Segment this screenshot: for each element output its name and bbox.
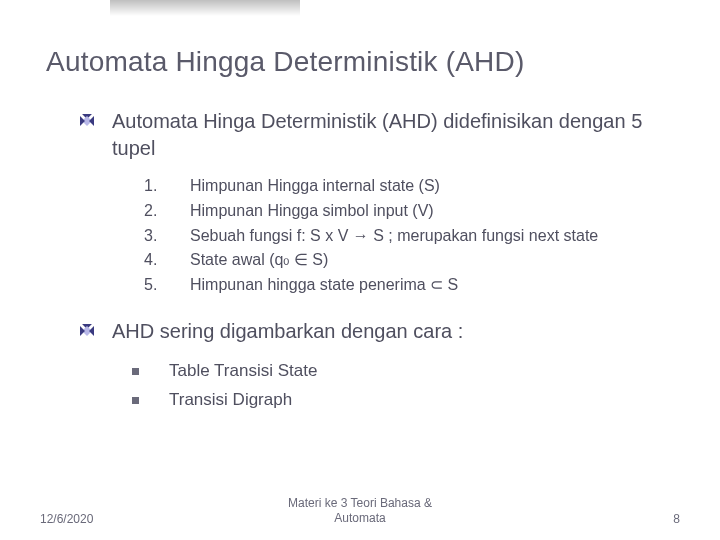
list-number: 4.: [144, 248, 190, 273]
list-text: Himpunan Hingga internal state (S): [190, 174, 440, 199]
footer-page-number: 8: [673, 512, 680, 526]
sub-list-item: Table Transisi State: [132, 357, 680, 386]
list-item: 5. Himpunan hingga state penerima ⊂ S: [144, 273, 680, 298]
slide-title: Automata Hingga Deterministik (AHD): [46, 46, 680, 78]
svg-rect-2: [80, 116, 85, 126]
list-text: State awal (q₀ ∈ S): [190, 248, 328, 273]
top-shadow: [110, 0, 300, 16]
square-bullet-icon: [132, 397, 139, 404]
bullet-text: Automata Hinga Deterministik (AHD) didef…: [112, 108, 680, 162]
svg-rect-3: [89, 116, 94, 126]
list-number: 1.: [144, 174, 190, 199]
list-text: Himpunan Hingga simbol input (V): [190, 199, 434, 224]
list-item: 1. Himpunan Hingga internal state (S): [144, 174, 680, 199]
sub-list-text: Transisi Digraph: [169, 386, 292, 415]
list-item: 4. State awal (q₀ ∈ S): [144, 248, 680, 273]
list-number: 2.: [144, 199, 190, 224]
bullet-item: AHD sering digambarkan dengan cara :: [46, 318, 680, 345]
svg-rect-6: [80, 326, 85, 336]
sub-list-text: Table Transisi State: [169, 357, 317, 386]
list-item: 3. Sebuah fungsi f: S x V → S ; merupaka…: [144, 224, 680, 249]
list-number: 3.: [144, 224, 190, 249]
bullet-item: Automata Hinga Deterministik (AHD) didef…: [46, 108, 680, 162]
list-text: Himpunan hingga state penerima ⊂ S: [190, 273, 458, 298]
footer-date: 12/6/2020: [40, 512, 93, 526]
slide-content: Automata Hingga Deterministik (AHD) Auto…: [0, 0, 720, 415]
square-bullet-icon: [132, 368, 139, 375]
list-number: 5.: [144, 273, 190, 298]
diamond-bullet-icon: [80, 324, 94, 338]
list-text: Sebuah fungsi f: S x V → S ; merupakan f…: [190, 224, 598, 249]
ordered-list: 1. Himpunan Hingga internal state (S) 2.…: [144, 174, 680, 298]
sub-list-item: Transisi Digraph: [132, 386, 680, 415]
list-item: 2. Himpunan Hingga simbol input (V): [144, 199, 680, 224]
footer-center: Materi ke 3 Teori Bahasa & Automata: [288, 496, 432, 526]
svg-rect-7: [89, 326, 94, 336]
sub-list: Table Transisi State Transisi Digraph: [132, 357, 680, 415]
diamond-bullet-icon: [80, 114, 94, 128]
bullet-text: AHD sering digambarkan dengan cara :: [112, 318, 463, 345]
